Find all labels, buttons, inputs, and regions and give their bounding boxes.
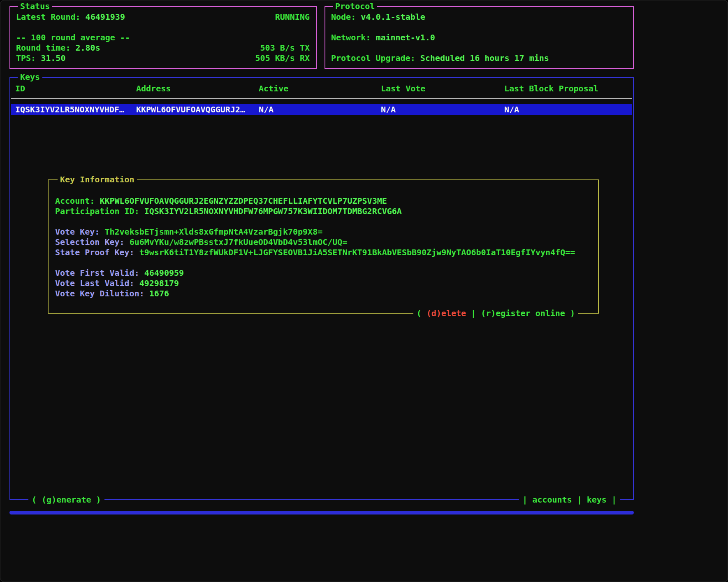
tps: TPS: 31.50 <box>16 53 65 63</box>
view-nav: | accounts | keys | <box>519 494 620 505</box>
latest-round: Latest Round: 46491939 <box>16 12 125 22</box>
state-proof-key-label: State Proof Key: <box>55 247 134 257</box>
vote-key-dilution-label: Vote Key Dilution: <box>55 289 144 298</box>
protocol-upgrade-label: Protocol Upgrade: <box>331 53 415 63</box>
vote-first-valid-label: Vote First Valid: <box>55 268 139 278</box>
nav-keys-tab[interactable]: keys <box>587 495 607 505</box>
key-table-row-selected[interactable]: IQSK3IYV2LR5NOXNYVHDF… KKPWL6OFVUFOAVQGG… <box>11 104 632 115</box>
rx-rate: 505 KB/s RX <box>255 53 310 63</box>
column-header-last-block-proposal: Last Block Proposal <box>504 84 633 94</box>
participation-id-label: Participation ID: <box>55 206 139 216</box>
column-header-id: ID <box>15 84 136 94</box>
nav-right-separator: | <box>607 495 617 505</box>
round-time-value: 2.80s <box>76 43 100 53</box>
vote-key-row: Vote Key: Th2veksbETjsmn+Xlds8xGfmpNtA4V… <box>55 227 591 237</box>
column-header-address: Address <box>136 84 259 94</box>
participation-id-row: Participation ID: IQSK3IYV2LR5NOXNYVHDFW… <box>55 206 591 217</box>
column-header-active: Active <box>259 84 381 94</box>
account-value: KKPWL6OFVUFOAVQGGURJ2EGNZYZZDPEQ37CHEFLL… <box>100 196 387 206</box>
spacer <box>331 43 626 53</box>
state-proof-key-value: t9wsrK6tiT1Y8zfWUkDF1V+LJGFYSEOVB1JiA5SE… <box>139 247 575 257</box>
network-name: Network: mainnet-v1.0 <box>331 33 626 43</box>
round-time: Round time: 2.80s <box>16 43 100 53</box>
table-header-divider <box>11 98 632 99</box>
state-proof-key-row: State Proof Key: t9wsrK6tiT1Y8zfWUkDF1V+… <box>55 247 591 258</box>
latest-round-label: Latest Round: <box>16 12 81 22</box>
register-online-button[interactable]: (r)egister online <box>481 308 565 318</box>
terminal-screen: Status Latest Round: 46491939 RUNNING --… <box>0 0 728 582</box>
selection-key-value: 6u6MvYKu/w8zwPBsstxJ7fkUueOD4VbD4v53lmOC… <box>130 237 348 247</box>
nav-mid-separator: | <box>572 495 587 505</box>
keys-panel-title: Keys <box>18 72 42 82</box>
protocol-upgrade-value: Scheduled 16 hours 17 mins <box>420 53 549 63</box>
cell-participation-id: IQSK3IYV2LR5NOXNYVHDF… <box>15 104 136 115</box>
latest-round-value: 46491939 <box>86 12 125 22</box>
protocol-panel-title: Protocol <box>333 1 377 12</box>
bottom-edge-bar <box>9 511 634 514</box>
actions-separator: | <box>466 308 481 318</box>
spacer <box>55 217 591 227</box>
cell-last-block-proposal: N/A <box>504 104 632 115</box>
network-label: Network: <box>331 33 371 42</box>
nav-accounts-tab[interactable]: accounts <box>532 495 572 505</box>
network-value: mainnet-v1.0 <box>376 33 435 42</box>
vote-first-valid-value: 46490959 <box>144 268 184 278</box>
vote-key-dilution-value: 1676 <box>149 289 169 298</box>
key-actions: ( (d)elete | (r)egister online ) <box>413 308 578 319</box>
participation-id-value: IQSK3IYV2LR5NOXNYVHDFW76MPGW757K3WIIDOM7… <box>144 206 402 216</box>
node-version: Node: v4.0.1-stable <box>331 12 626 22</box>
selection-key-row: Selection Key: 6u6MvYKu/w8zwPBsstxJ7fkUu… <box>55 237 591 247</box>
vote-first-valid-row: Vote First Valid: 46490959 <box>55 268 591 278</box>
protocol-panel: Protocol Node: v4.0.1-stable Network: ma… <box>325 6 634 69</box>
vote-last-valid-label: Vote Last Valid: <box>55 278 134 288</box>
column-header-last-vote: Last Vote <box>381 84 504 94</box>
round-average-header: -- 100 round average -- <box>16 33 310 43</box>
status-panel: Status Latest Round: 46491939 RUNNING --… <box>9 6 317 69</box>
vote-last-valid-row: Vote Last Valid: 49298179 <box>55 278 591 289</box>
vote-key-dilution-row: Vote Key Dilution: 1676 <box>55 289 591 299</box>
protocol-upgrade: Protocol Upgrade: Scheduled 16 hours 17 … <box>331 53 626 63</box>
generate-button[interactable]: ( (g)enerate ) <box>28 494 104 505</box>
actions-open-paren: ( <box>417 308 427 318</box>
key-information-title: Key Information <box>58 174 137 185</box>
round-time-label: Round time: <box>16 43 70 53</box>
spacer <box>16 22 310 33</box>
node-value: v4.0.1-stable <box>361 12 425 22</box>
vote-last-valid-value: 49298179 <box>139 278 179 288</box>
running-status-badge: RUNNING <box>275 12 310 22</box>
tx-rate: 503 B/s TX <box>260 43 310 53</box>
node-label: Node: <box>331 12 356 22</box>
cell-address: KKPWL6OFVUFOAVQGGURJ2… <box>136 104 259 115</box>
vote-key-value: Th2veksbETjsmn+Xlds8xGfmpNtA4VzarBgjk70p… <box>104 227 322 237</box>
nav-left-separator: | <box>522 495 532 505</box>
actions-close-paren: ) <box>565 308 575 318</box>
cell-active: N/A <box>259 104 381 115</box>
account-row: Account: KKPWL6OFVUFOAVQGGURJ2EGNZYZZDPE… <box>55 196 591 206</box>
delete-button[interactable]: (d)elete <box>427 308 466 318</box>
selection-key-label: Selection Key: <box>55 237 125 247</box>
status-panel-title: Status <box>18 1 52 12</box>
keys-table-header: ID Address Active Last Vote Last Block P… <box>10 84 633 94</box>
tps-value: 31.50 <box>41 53 65 63</box>
account-label: Account: <box>55 196 95 206</box>
cell-last-vote: N/A <box>381 104 504 115</box>
spacer <box>331 22 626 33</box>
spacer <box>55 258 591 268</box>
key-information-panel: Key Information Account: KKPWL6OFVUFOAVQ… <box>48 179 599 314</box>
tps-label: TPS: <box>16 53 36 63</box>
vote-key-label: Vote Key: <box>55 227 100 237</box>
